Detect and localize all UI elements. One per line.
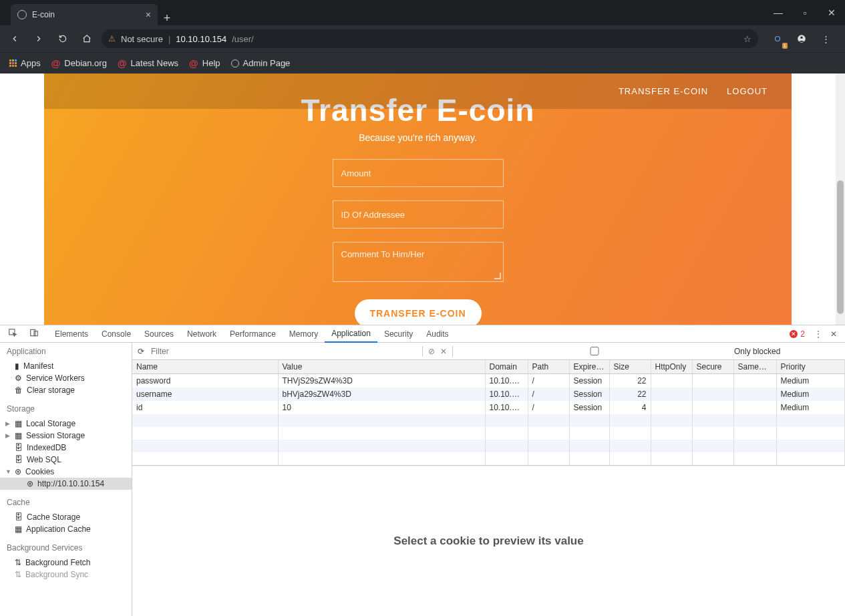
apps-icon	[9, 59, 17, 67]
error-count[interactable]: ✕2	[784, 329, 810, 339]
only-blocked-checkbox[interactable]	[461, 347, 728, 355]
comment-field[interactable]: Comment To Him/Her	[333, 242, 504, 282]
maximize-icon[interactable]: ▫	[792, 0, 818, 25]
table-row[interactable]: passwordTHVjS29sZW4%3D10.10.1…/Session22…	[132, 374, 845, 388]
cookie-panel: ⟳ ⊘ ✕ Only blocked Name	[132, 343, 845, 616]
new-tab-button[interactable]: +	[158, 11, 176, 25]
devtools-menu-icon[interactable]: ⋮	[810, 329, 826, 339]
amount-field[interactable]: Amount	[333, 159, 504, 187]
tab-sources[interactable]: Sources	[138, 325, 180, 343]
transfer-button[interactable]: TRANSFER E-COIN	[355, 299, 482, 325]
globe-icon	[17, 10, 27, 19]
close-tab-icon[interactable]: ×	[146, 9, 151, 20]
bookmark-debian[interactable]: @Debian.org	[51, 58, 107, 69]
address-bar[interactable]: ⚠ Not secure | 10.10.10.154/user/ ☆	[102, 29, 758, 48]
bookmarks-bar: Apps @Debian.org @Latest News @Help Admi…	[0, 52, 845, 73]
transfer-form: Amount ID Of Addressee Comment To Him/He…	[333, 159, 504, 325]
extension-badge: 1	[782, 43, 788, 49]
sidebar-item-application-cache[interactable]: ▦Application Cache	[0, 523, 132, 535]
profile-icon[interactable]	[793, 30, 810, 47]
storage-icon: ▦	[15, 431, 22, 440]
sidebar-item-cache-storage[interactable]: 🗄Cache Storage	[0, 511, 132, 523]
filter-input[interactable]	[150, 346, 417, 357]
addressee-field[interactable]: ID Of Addressee	[333, 200, 504, 228]
security-label: Not secure	[121, 34, 163, 44]
site-nav: TRANSFER E-COIN LOGOUT	[44, 73, 792, 109]
debian-icon: @	[189, 58, 198, 69]
sidebar-item-bg-sync[interactable]: ⇅Background Sync	[0, 569, 132, 581]
sidebar-item-cookies[interactable]: ▼⊛Cookies	[0, 466, 132, 478]
application-sidebar[interactable]: Application ▮Manifest ⚙Service Workers 🗑…	[0, 343, 132, 616]
extension-icon[interactable]: 1	[769, 30, 786, 47]
hero-subtitle: Because you're rich anyway.	[44, 132, 792, 143]
kebab-menu-icon[interactable]: ⋮	[817, 30, 834, 47]
sidebar-item-cookie-origin[interactable]: ⊛http://10.10.10.154	[0, 478, 132, 490]
bookmark-help[interactable]: @Help	[189, 58, 220, 69]
url-bar: ⚠ Not secure | 10.10.10.154/user/ ☆ 1 ⋮	[0, 25, 845, 52]
reload-button[interactable]	[53, 29, 72, 48]
debian-icon: @	[118, 58, 127, 69]
window-close-icon[interactable]: ✕	[818, 0, 845, 25]
sync-icon: ⇅	[15, 558, 21, 567]
gear-icon: ⚙	[15, 373, 22, 383]
database-icon: 🗄	[15, 455, 23, 464]
minimize-icon[interactable]: —	[765, 0, 792, 25]
devtools-panel: Elements Console Sources Network Perform…	[0, 325, 845, 616]
cookie-table[interactable]: Name Value Domain Path Expires… Size Htt…	[132, 360, 845, 466]
tab-elements[interactable]: Elements	[48, 325, 95, 343]
sidebar-item-indexeddb[interactable]: 🗄IndexedDB	[0, 442, 132, 454]
sidebar-item-bg-fetch[interactable]: ⇅Background Fetch	[0, 557, 132, 569]
cookie-icon: ⊛	[27, 479, 33, 488]
page-scrollbar[interactable]	[836, 73, 845, 325]
table-row[interactable]: usernamebHVja29sZW4%3D10.10.1…/Session22…	[132, 388, 845, 401]
bookmark-star-icon[interactable]: ☆	[743, 34, 751, 44]
bookmark-apps[interactable]: Apps	[9, 58, 41, 68]
table-header-row: Name Value Domain Path Expires… Size Htt…	[132, 360, 845, 374]
table-row[interactable]: id1010.10.1…/Session4Medium	[132, 401, 845, 414]
bookmark-news[interactable]: @Latest News	[118, 58, 178, 69]
inspect-icon[interactable]	[4, 328, 21, 339]
tab-audits[interactable]: Audits	[419, 325, 455, 343]
tab-application[interactable]: Application	[325, 325, 377, 343]
clear-icon[interactable]: ⊘	[428, 347, 435, 356]
tab-network[interactable]: Network	[180, 325, 223, 343]
svg-point-2	[800, 37, 803, 39]
tab-console[interactable]: Console	[95, 325, 138, 343]
cookie-toolbar: ⟳ ⊘ ✕ Only blocked	[132, 343, 845, 360]
tab-memory[interactable]: Memory	[283, 325, 325, 343]
url-path: /user/	[232, 34, 254, 44]
bookmark-admin[interactable]: Admin Page	[231, 58, 291, 68]
sidebar-item-clear-storage[interactable]: 🗑Clear storage	[0, 384, 132, 396]
delete-icon[interactable]: ✕	[440, 347, 447, 356]
devtools-close-icon[interactable]: ✕	[826, 329, 841, 339]
database-icon: 🗄	[15, 512, 23, 522]
refresh-icon[interactable]: ⟳	[138, 347, 144, 356]
svg-point-0	[776, 37, 780, 41]
browser-tab[interactable]: E-coin ×	[11, 4, 158, 25]
devtools-tabbar: Elements Console Sources Network Perform…	[0, 325, 845, 343]
url-host: 10.10.10.154	[176, 34, 226, 44]
storage-icon: ▦	[15, 524, 22, 534]
nav-transfer[interactable]: TRANSFER E-COIN	[619, 86, 708, 96]
sidebar-item-service-workers[interactable]: ⚙Service Workers	[0, 372, 132, 384]
section-cache: Cache	[0, 494, 132, 511]
sidebar-item-local-storage[interactable]: ▶▦Local Storage	[0, 418, 132, 430]
device-toggle-icon[interactable]	[25, 328, 43, 339]
forward-button[interactable]	[29, 29, 48, 48]
sidebar-item-session-storage[interactable]: ▶▦Session Storage	[0, 430, 132, 442]
page-body: TRANSFER E-COIN LOGOUT Transfer E-coin B…	[44, 73, 792, 325]
tab-security[interactable]: Security	[377, 325, 419, 343]
home-button[interactable]	[77, 29, 96, 48]
storage-icon: ▦	[15, 419, 22, 428]
file-icon: ▮	[15, 361, 19, 371]
sidebar-item-web-sql[interactable]: 🗄Web SQL	[0, 454, 132, 466]
section-application: Application	[0, 343, 132, 360]
only-blocked-label: Only blocked	[734, 347, 780, 356]
sync-icon: ⇅	[15, 570, 21, 579]
sidebar-item-manifest[interactable]: ▮Manifest	[0, 360, 132, 372]
globe-icon	[231, 59, 239, 67]
back-button[interactable]	[5, 29, 24, 48]
tab-performance[interactable]: Performance	[223, 325, 283, 343]
nav-logout[interactable]: LOGOUT	[727, 86, 768, 96]
section-storage: Storage	[0, 400, 132, 418]
